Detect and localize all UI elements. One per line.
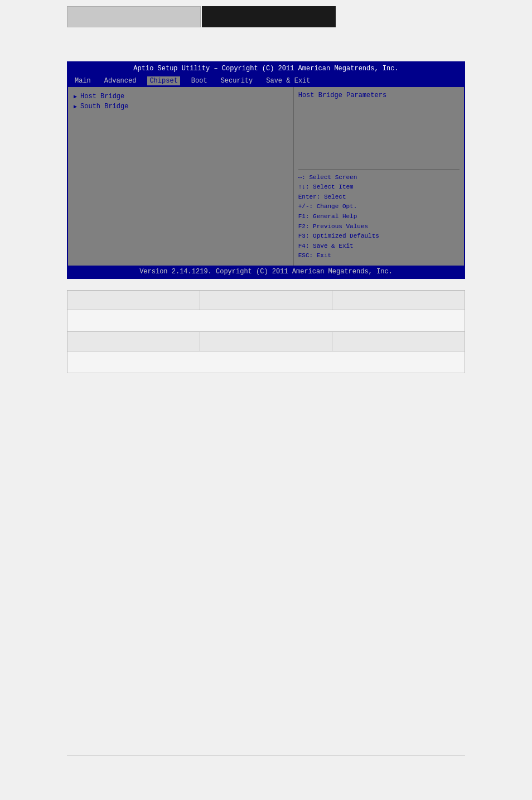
top-header [0,0,532,33]
bios-nav-chipset[interactable]: Chipset [147,76,180,85]
key-f1: F1: General Help [298,212,460,222]
table-cell-1-3 [332,291,465,310]
table-row-4 [67,351,465,373]
table-cell-3-2 [200,332,332,351]
bios-menu-host-bridge[interactable]: Host Bridge [70,91,291,102]
page-wrapper: Aptio Setup Utility – Copyright (C) 2011… [0,0,532,800]
table-cell-3-3 [332,332,465,351]
bios-nav-main[interactable]: Main [72,76,93,85]
key-enter: Enter: Select [298,192,460,203]
bios-nav: Main Advanced Chipset Boot Security Save… [68,75,464,87]
table-row-1 [67,291,465,310]
bios-menu-south-bridge[interactable]: South Bridge [70,102,291,112]
key-f3: F3: Optimized Defaults [298,232,460,242]
header-right-block [202,6,336,27]
table-row-2 [67,310,465,332]
key-f2: F2: Previous Values [298,222,460,232]
key-select-screen: ↔: Select Screen [298,173,460,183]
bios-nav-advanced[interactable]: Advanced [102,76,139,85]
bios-footer: Version 2.14.1219. Copyright (C) 2011 Am… [68,266,464,278]
bios-nav-security[interactable]: Security [219,76,255,85]
table-cell-1-2 [200,291,332,310]
bios-container: Aptio Setup Utility – Copyright (C) 2011… [67,61,465,279]
key-esc: ESC: Exit [298,251,460,261]
key-change-opt: +/-: Change Opt. [298,202,460,212]
bios-right-panel: Host Bridge Parameters ↔: Select Screen … [294,87,464,266]
table-cell-3-1 [67,332,200,351]
bottom-divider [67,755,465,755]
bios-help-text: Host Bridge Parameters [298,91,460,166]
header-left-block [67,6,201,27]
table-cell-1-1 [67,291,200,310]
bios-nav-boot[interactable]: Boot [189,76,210,85]
bios-nav-save-exit[interactable]: Save & Exit [264,76,312,85]
key-select-item: ↑↓: Select Item [298,182,460,192]
bios-help-divider [298,169,460,170]
table-row-3 [67,332,465,351]
bios-key-help: ↔: Select Screen ↑↓: Select Item Enter: … [298,173,460,261]
bios-title: Aptio Setup Utility – Copyright (C) 2011… [68,62,464,75]
table-cell-2-full [67,310,465,332]
key-f4: F4: Save & Exit [298,242,460,252]
table-cell-4-full [67,351,465,373]
bios-content: Host Bridge South Bridge Host Bridge Par… [68,87,464,266]
bios-left-panel: Host Bridge South Bridge [68,87,294,266]
info-table [67,290,465,373]
